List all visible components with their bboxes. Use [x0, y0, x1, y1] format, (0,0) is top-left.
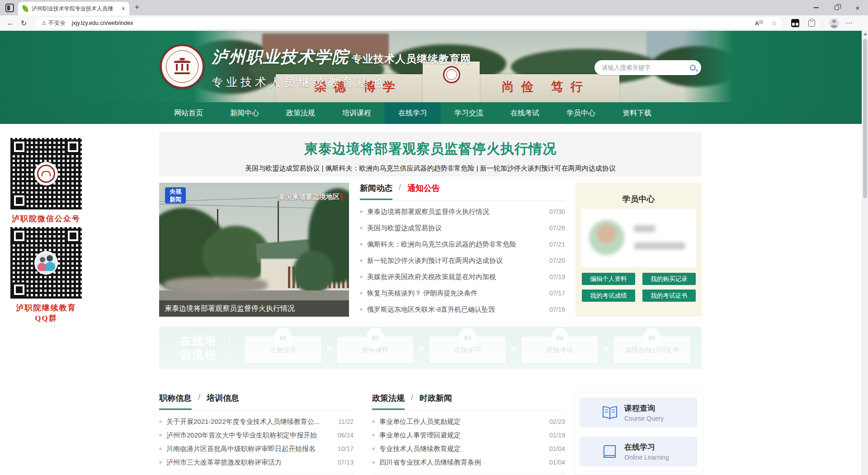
online-learning-title[interactable]: 在线学习	[624, 442, 669, 452]
student-name-blurred	[634, 225, 655, 232]
headline-ticker[interactable]: 美国与欧盟达成贸易协议 | 佩斯科夫：欧洲向乌克兰供应武器的趋势非常危险 | 新…	[159, 164, 702, 173]
flow-step-register[interactable]: 01注册登录	[245, 337, 321, 363]
close-window-button[interactable]: ×	[847, 0, 868, 15]
flow-arrow-icon: »	[510, 342, 517, 356]
college-seal-logo[interactable]	[160, 44, 204, 89]
info-row[interactable]: 泸州市2020年首次大中专毕业生职称初定申报开始06/24	[159, 428, 354, 442]
info-row[interactable]: 专业技术人员继续教育规定01/04	[372, 442, 565, 456]
photo-caption[interactable]: 柬泰边境将部署观察员监督停火执行情况	[159, 300, 349, 317]
info-row[interactable]: 关于开展2021-2022年度专业技术人员继续教育公...11/22	[159, 415, 354, 428]
page-scrollbar[interactable]	[862, 31, 868, 475]
info-row[interactable]: 事业单位人事管理回避规定01/19	[372, 428, 565, 442]
nav-item-learning-exchange[interactable]: 学习交流	[441, 102, 497, 124]
security-label[interactable]: 不安全	[48, 19, 66, 27]
news-row[interactable]: 俄罗斯远东地区失联米-8直升机已确认坠毁07/16	[360, 301, 565, 318]
flow-step-learn[interactable]: 03在线学习	[429, 337, 505, 363]
info-row[interactable]: 事业单位工作人员奖励规定02/23	[372, 415, 565, 428]
exam-certificates-button[interactable]: 我的考试证书	[642, 290, 696, 302]
site-header: 崇德 博学 尚俭 笃行 泸州职业技术学院专业技术人员继续教育网 专业技术人员继续…	[0, 31, 862, 102]
flow-step-exam[interactable]: 04在线考试	[522, 337, 598, 363]
tab-policy[interactable]: 政策法规	[372, 393, 405, 410]
nav-item-student-center[interactable]: 学员中心	[553, 102, 609, 124]
news-row[interactable]: 美媒批评美国政府关税政策就是在对内加税07/19	[360, 269, 565, 285]
student-info-blurred	[634, 242, 685, 249]
browser-toolbar: ← ↻ ⚠ 不安全 jxjy.lzy.edu.cn/web/index A)))…	[0, 15, 868, 31]
url-text[interactable]: jxjy.lzy.edu.cn/web/index	[72, 20, 133, 26]
scrollbar-thumb[interactable]	[863, 39, 867, 198]
more-menu-icon[interactable]: ⋯	[845, 19, 853, 27]
favorites-star-icon[interactable]: ☆	[771, 19, 777, 27]
cctv-news-badge: 央视 新闻	[165, 187, 186, 204]
profile-avatar[interactable]	[829, 18, 839, 28]
site-titles: 泸州职业技术学院专业技术人员继续教育网 专业技术人员继续教育基地	[212, 46, 471, 90]
back-button[interactable]: ←	[7, 19, 14, 27]
site-title-main: 泸州职业技术学院	[212, 48, 349, 66]
extensions-puzzle-icon[interactable]	[808, 20, 815, 27]
minimize-button[interactable]	[806, 0, 826, 15]
course-query-title[interactable]: 课程查询	[624, 403, 664, 413]
tab-notices[interactable]: 通知公告	[407, 183, 440, 194]
tab-actions-icon[interactable]	[5, 4, 14, 12]
quick-links-panel: 课程查询 Course Query 在线学习 Online Learning	[574, 392, 703, 475]
restore-icon	[835, 5, 839, 10]
tab-title-info[interactable]: 职称信息	[159, 393, 192, 410]
scroll-up-arrow[interactable]	[863, 33, 867, 35]
browser-tab-bar: 泸州职业技术学院专业技术人员继 × + ×	[0, 0, 868, 15]
nav-item-home[interactable]: 网站首页	[160, 102, 217, 124]
site-search[interactable]	[594, 60, 701, 75]
edit-profile-button[interactable]: 编辑个人资料	[582, 273, 635, 285]
course-query-card[interactable]: 课程查询 Course Query	[579, 398, 698, 428]
student-avatar-blurred	[589, 220, 624, 255]
motto-right: 尚俭 笃行	[502, 79, 590, 95]
site-favicon-leaf-icon	[22, 5, 29, 12]
open-book-icon	[602, 405, 618, 420]
window-controls: ×	[806, 0, 868, 15]
browser-extension-badge-icon[interactable]	[791, 19, 799, 27]
online-learning-card[interactable]: 在线学习 Online Learning	[579, 437, 698, 466]
new-tab-button[interactable]: +	[135, 3, 139, 12]
news-row[interactable]: 恢复与美核谈判？ 伊朗再提先决条件07/17	[360, 285, 565, 301]
student-center-panel: 学员中心 编辑个人资料 我的购买记录 我的考试成绩 我的考试证书	[576, 183, 702, 317]
nav-item-news-center[interactable]: 新闻中心	[217, 102, 273, 124]
flow-step-purchase[interactable]: 02购买课程	[337, 337, 413, 363]
online-learning-subtitle: Online Learning	[624, 454, 669, 461]
nav-item-policy[interactable]: 政策法规	[273, 102, 329, 124]
read-aloud-icon[interactable]: A)))	[755, 19, 763, 27]
headline-box: 柬泰边境将部署观察员监督停火执行情况 美国与欧盟达成贸易协议 | 佩斯科夫：欧洲…	[159, 132, 702, 176]
book-icon	[602, 444, 618, 459]
tab-current-affairs[interactable]: 时政新闻	[420, 393, 452, 404]
nav-item-online-learning[interactable]: 在线学习	[385, 102, 441, 124]
nav-item-online-exam[interactable]: 在线考试	[497, 102, 553, 124]
tab-title: 泸州职业技术学院专业技术人员继	[32, 5, 118, 13]
flow-step-certificate[interactable]: 05成绩合格打印证书	[614, 337, 690, 363]
site-subtitle: 专业技术人员继续教育基地	[212, 75, 471, 90]
news-row[interactable]: 新一轮加沙停火谈判预计可在两周内达成协议07/20	[360, 252, 565, 269]
search-input[interactable]	[602, 64, 690, 71]
photo-location-label: 泰国柬埔寨边境地区	[278, 193, 343, 201]
purchase-records-button[interactable]: 我的购买记录	[642, 273, 696, 285]
nav-item-training-courses[interactable]: 培训课程	[329, 102, 385, 124]
tab-close-icon[interactable]: ×	[122, 5, 125, 12]
news-row[interactable]: 美国与欧盟达成贸易协议07/28	[360, 220, 565, 236]
info-row[interactable]: 四川省专业技术人员继续教育条例01/04	[372, 456, 565, 469]
news-panel: 新闻动态 / 通知公告 柬泰边境将部署观察员监督停火执行情况07/30 美国与欧…	[360, 183, 565, 317]
address-bar[interactable]: ⚠ 不安全 jxjy.lzy.edu.cn/web/index A))) ☆	[35, 17, 783, 29]
news-row[interactable]: 佩斯科夫：欧洲向乌克兰供应武器的趋势非常危险07/21	[360, 236, 565, 252]
warning-icon: ⚠	[41, 20, 46, 26]
tab-training-info[interactable]: 培训信息	[207, 393, 239, 404]
news-row[interactable]: 柬泰边境将部署观察员监督停火执行情况07/30	[360, 204, 565, 220]
restore-button[interactable]	[826, 0, 847, 15]
browser-tab[interactable]: 泸州职业技术学院专业技术人员继 ×	[18, 2, 129, 15]
info-row[interactable]: 泸州市三大改革举措激发职称评审活力07/13	[159, 456, 354, 469]
search-icon[interactable]	[690, 65, 696, 71]
exam-scores-button[interactable]: 我的考试成绩	[582, 290, 635, 302]
nav-item-downloads[interactable]: 资料下载	[609, 102, 665, 124]
wechat-qr-code	[10, 138, 82, 209]
news-photo[interactable]: 央视 新闻 泰国柬埔寨边境地区 柬泰边境将部署观察员监督停火执行情况	[159, 183, 349, 317]
tab-news-dynamics[interactable]: 新闻动态	[360, 183, 392, 200]
student-profile-card	[581, 209, 696, 267]
refresh-button[interactable]: ↻	[21, 19, 27, 28]
qq-qr-block: 泸职院继续教育QQ群	[10, 227, 82, 323]
headline-title[interactable]: 柬泰边境将部署观察员监督停火执行情况	[159, 140, 702, 158]
info-row[interactable]: 川南临港片区首批高中级职称评审即日起开始报名10/17	[159, 442, 354, 456]
